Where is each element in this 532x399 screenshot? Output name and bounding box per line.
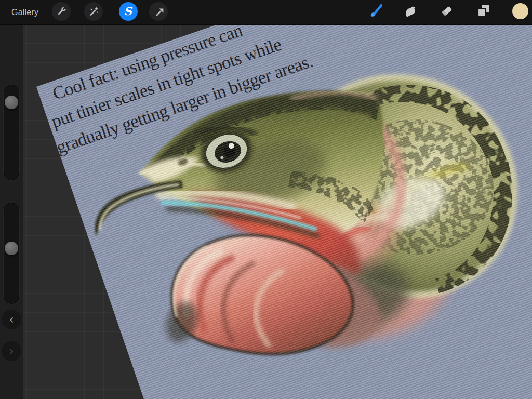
layers-icon [478,5,489,16]
layers-button[interactable] [475,2,493,20]
magic-wand-icon [87,5,100,18]
drawing-canvas[interactable]: Cool fact: using pressure can put tinier… [36,0,532,399]
sidebar: ‹ › [0,25,23,399]
transform-arrow-icon [152,5,165,18]
redo-chevron-icon: › [9,345,14,357]
opacity-slider-handle[interactable] [5,242,18,255]
undo-button[interactable]: ‹ [2,310,21,329]
smudge-icon [406,8,415,17]
smudge-tool-button[interactable] [402,2,419,20]
gallery-button[interactable]: Gallery [11,0,38,25]
workspace-background: Cool fact: using pressure can put tinier… [0,0,532,399]
adjustments-button[interactable] [84,2,103,21]
toolbar: Gallery S [0,0,532,25]
eraser-icon [442,6,452,16]
selection-button[interactable]: S [119,2,138,21]
selection-s-icon: S [124,6,131,17]
brush-tool-button[interactable] [367,2,385,20]
brush-size-slider-handle[interactable] [5,96,18,109]
eraser-tool-button[interactable] [438,2,456,20]
color-swatch-button[interactable] [512,3,528,19]
redo-button[interactable]: › [2,341,21,361]
wrench-icon [55,5,68,18]
actions-button[interactable] [52,2,71,21]
brush-size-slider[interactable] [4,85,19,180]
opacity-slider[interactable] [4,203,19,304]
undo-chevron-icon: ‹ [9,313,14,326]
transform-button[interactable] [149,2,168,21]
